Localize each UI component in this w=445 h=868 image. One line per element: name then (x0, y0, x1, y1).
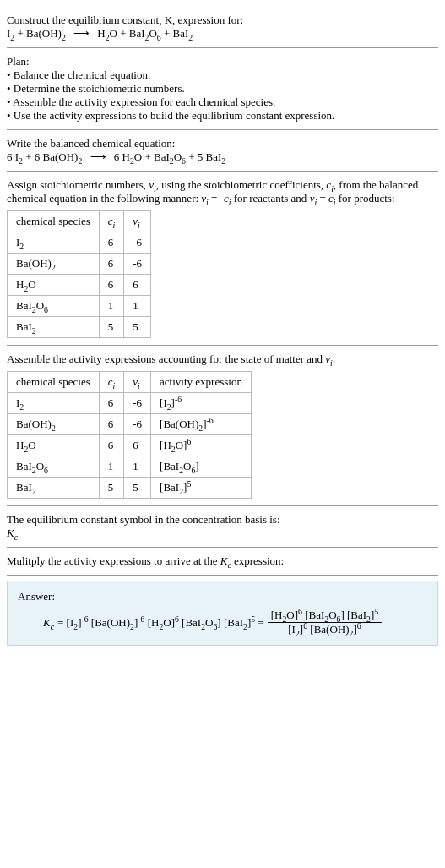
symbol-section: The equilibrium constant symbol in the c… (7, 506, 438, 548)
cell-species: Ba(OH)2 (8, 254, 100, 275)
multiply-section: Mulitply the activity expressions to arr… (7, 548, 438, 576)
balanced-section: Write the balanced chemical equation: 6 … (7, 130, 438, 172)
col-activity: activity expression (151, 372, 252, 393)
answer-equation: Kc = [I2]-6 [Ba(OH)2]-6 [H2O]6 [BaI2O6] … (18, 609, 427, 636)
symbol-line: The equilibrium constant symbol in the c… (7, 513, 438, 527)
plan-section: Plan: • Balance the chemical equation. •… (7, 48, 438, 130)
cell-ci: 6 (99, 414, 124, 435)
cell-ci: 6 (99, 232, 124, 254)
plan-bullet: • Use the activity expressions to build … (7, 109, 438, 123)
answer-box: Answer: Kc = [I2]-6 [Ba(OH)2]-6 [H2O]6 [… (7, 581, 438, 646)
fraction-numerator: [H2O]6 [BaI2O6] [BaI2]5 (268, 609, 382, 623)
cell-activity: [BaI2]5 (151, 478, 252, 499)
table-row: BaI2O611[BaI2O6] (8, 456, 252, 478)
stoich-table: chemical species ci νi I26-6 Ba(OH)26-6 … (7, 210, 151, 338)
cell-species: I2 (8, 232, 100, 254)
cell-ci: 6 (99, 435, 124, 456)
plan-bullet: • Balance the chemical equation. (7, 68, 438, 82)
fraction-denominator: [I2]6 [Ba(OH)2]6 (268, 623, 382, 636)
cell-ci: 1 (99, 296, 124, 317)
cell-species: BaI2 (8, 317, 100, 338)
symbol-value: Kc (7, 527, 438, 540)
table-row: H2O66[H2O]6 (8, 435, 252, 456)
plan-heading: Plan: (7, 55, 438, 68)
cell-activity: [Ba(OH)2]-6 (151, 414, 252, 435)
intro-lhs: I2 + Ba(OH)2 (7, 27, 66, 40)
intro-rhs: H2O + BaI2O6 + BaI2 (97, 27, 193, 40)
balanced-lhs: 6 I2 + 6 Ba(OH)2 (7, 150, 82, 163)
cell-vi: 6 (124, 435, 151, 456)
activity-table: chemical species ci νi activity expressi… (7, 371, 252, 499)
cell-species: BaI2 (8, 478, 100, 499)
table-row: BaI255 (8, 317, 151, 338)
answer-kc: Kc (43, 616, 54, 630)
arrow-icon: ⟶ (68, 27, 95, 40)
table-header-row: chemical species ci νi activity expressi… (8, 372, 252, 393)
table-row: H2O66 (8, 275, 151, 296)
cell-species: Ba(OH)2 (8, 414, 100, 435)
activity-section: Assemble the activity expressions accoun… (7, 346, 438, 506)
table-row: BaI2O611 (8, 296, 151, 317)
stoich-section: Assign stoichiometric numbers, νi, using… (7, 172, 438, 346)
cell-ci: 6 (99, 275, 124, 296)
cell-ci: 5 (99, 317, 124, 338)
cell-activity: [I2]-6 (151, 393, 252, 414)
cell-species: H2O (8, 275, 100, 296)
cell-vi: 5 (124, 478, 151, 499)
answer-label: Answer: (18, 590, 427, 603)
intro-text: Construct the equilibrium constant, K, e… (7, 14, 243, 26)
activity-intro: Assemble the activity expressions accoun… (7, 352, 438, 366)
plan-bullet: • Determine the stoichiometric numbers. (7, 82, 438, 96)
cell-vi: 1 (124, 456, 151, 478)
table-header-row: chemical species ci νi (8, 211, 151, 232)
cell-activity: [H2O]6 (151, 435, 252, 456)
table-row: I26-6[I2]-6 (8, 393, 252, 414)
cell-vi: 5 (124, 317, 151, 338)
answer-fraction: [H2O]6 [BaI2O6] [BaI2]5 [I2]6 [Ba(OH)2]6 (268, 609, 382, 636)
table-row: Ba(OH)26-6[Ba(OH)2]-6 (8, 414, 252, 435)
cell-vi: -6 (124, 414, 151, 435)
cell-species: BaI2O6 (8, 296, 100, 317)
cell-ci: 6 (99, 254, 124, 275)
intro-section: Construct the equilibrium constant, K, e… (7, 7, 438, 48)
col-vi: νi (124, 211, 151, 232)
col-ci: ci (99, 211, 124, 232)
cell-ci: 5 (99, 478, 124, 499)
plan-bullet: • Assemble the activity expression for e… (7, 96, 438, 109)
arrow-icon: ⟶ (85, 150, 111, 163)
cell-species: H2O (8, 435, 100, 456)
cell-vi: -6 (124, 393, 151, 414)
table-row: Ba(OH)26-6 (8, 254, 151, 275)
table-row: I26-6 (8, 232, 151, 254)
table-row: BaI255[BaI2]5 (8, 478, 252, 499)
cell-vi: -6 (124, 232, 151, 254)
balanced-rhs: 6 H2O + BaI2O6 + 5 BaI2 (114, 150, 225, 163)
col-ci: ci (99, 372, 124, 393)
cell-vi: 6 (124, 275, 151, 296)
intro-line1: Construct the equilibrium constant, K, e… (7, 14, 438, 27)
col-species: chemical species (8, 372, 100, 393)
cell-activity: [BaI2O6] (151, 456, 252, 478)
multiply-line: Mulitply the activity expressions to arr… (7, 554, 438, 568)
cell-ci: 6 (99, 393, 124, 414)
stoich-intro: Assign stoichiometric numbers, νi, using… (7, 178, 438, 205)
answer-expr: = [I2]-6 [Ba(OH)2]-6 [H2O]6 [BaI2O6] [Ba… (57, 616, 264, 630)
col-species: chemical species (8, 211, 100, 232)
cell-ci: 1 (99, 456, 124, 478)
cell-species: BaI2O6 (8, 456, 100, 478)
balanced-equation: 6 I2 + 6 Ba(OH)2 ⟶ 6 H2O + BaI2O6 + 5 Ba… (7, 150, 438, 164)
cell-species: I2 (8, 393, 100, 414)
cell-vi: 1 (124, 296, 151, 317)
intro-equation: I2 + Ba(OH)2 ⟶ H2O + BaI2O6 + BaI2 (7, 27, 438, 41)
cell-vi: -6 (124, 254, 151, 275)
col-vi: νi (124, 372, 151, 393)
balanced-heading: Write the balanced chemical equation: (7, 137, 438, 150)
